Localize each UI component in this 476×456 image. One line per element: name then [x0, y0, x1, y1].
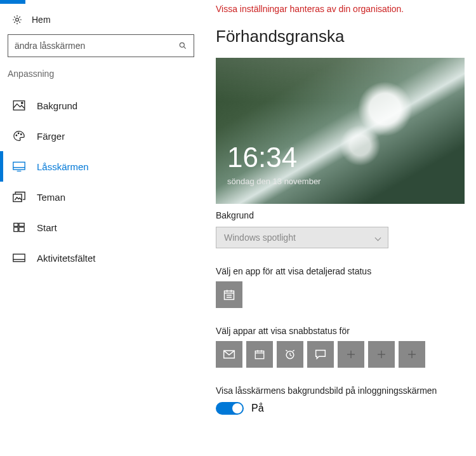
quick-status-app-messaging[interactable] [307, 341, 334, 368]
detailed-status-row [216, 281, 465, 308]
preview-title: Förhandsgranska [216, 27, 465, 46]
sidebar-item-label: Låsskärmen [37, 161, 89, 172]
svg-line-33 [293, 350, 294, 351]
calendar-icon [223, 288, 235, 301]
svg-rect-15 [19, 227, 24, 232]
gear-icon [11, 14, 23, 25]
signin-bg-toggle-row: På [216, 402, 465, 415]
lockscreen-icon [13, 160, 25, 173]
quick-status-add-2[interactable] [368, 341, 395, 368]
svg-rect-12 [14, 223, 18, 226]
background-dropdown[interactable]: Windows spotlight [216, 227, 388, 248]
preview-date: söndag den 13 november [227, 177, 321, 186]
themes-icon [13, 191, 25, 203]
toggle-state-label: På [251, 403, 264, 414]
message-icon [314, 349, 327, 360]
svg-point-0 [16, 18, 19, 22]
svg-line-32 [286, 350, 288, 351]
plus-icon [376, 349, 387, 360]
detailed-status-label: Välj en app för att visa detaljerad stat… [216, 266, 465, 276]
detailed-status-app-calendar[interactable] [216, 281, 242, 308]
svg-rect-13 [19, 223, 24, 226]
search-icon [178, 41, 187, 50]
sidebar: Hem Anpassning Bakgrund Färger [0, 0, 197, 456]
sidebar-item-farger[interactable]: Färger [8, 121, 197, 151]
sidebar-item-teman[interactable]: Teman [8, 182, 197, 212]
sidebar-item-bakgrund[interactable]: Bakgrund [8, 90, 197, 121]
quick-status-app-alarm[interactable] [277, 341, 303, 368]
sidebar-item-label: Färger [37, 131, 65, 142]
accent-strip [0, 0, 25, 4]
svg-point-1 [180, 43, 184, 47]
sidebar-item-label: Start [37, 222, 57, 233]
svg-line-31 [290, 355, 292, 356]
sidebar-item-label: Aktivitetsfältet [37, 253, 96, 264]
org-warning: Vissa inställningar hanteras av din orga… [216, 4, 465, 14]
taskbar-icon [13, 251, 25, 264]
quick-status-add-3[interactable] [399, 341, 425, 368]
quick-status-label: Välj appar att visa snabbstatus för [216, 326, 465, 336]
start-icon [13, 221, 25, 234]
svg-rect-25 [255, 351, 264, 359]
sidebar-item-label: Teman [37, 192, 65, 203]
home-label: Hem [32, 15, 51, 25]
dropdown-value: Windows spotlight [224, 232, 296, 243]
svg-point-7 [20, 134, 22, 135]
sidebar-item-label: Bakgrund [37, 100, 77, 111]
mail-icon [223, 349, 235, 359]
svg-line-2 [183, 46, 185, 48]
svg-rect-8 [13, 162, 25, 170]
chevron-down-icon [375, 234, 381, 241]
content-pane: Vissa inställningar hanteras av din orga… [197, 0, 476, 456]
palette-icon [13, 130, 25, 142]
home-button[interactable]: Hem [8, 11, 197, 34]
lockscreen-preview: 16:34 söndag den 13 november [216, 58, 465, 204]
search-input-container[interactable] [8, 34, 194, 57]
quick-status-row [216, 341, 465, 368]
background-label: Bakgrund [216, 210, 465, 220]
sidebar-item-aktivitetsfaltet[interactable]: Aktivitetsfältet [8, 243, 197, 273]
sidebar-item-lasskarmen[interactable]: Låsskärmen [8, 151, 197, 182]
quick-status-add-1[interactable] [338, 341, 364, 368]
svg-point-4 [22, 102, 23, 104]
plus-icon [345, 349, 357, 360]
svg-point-6 [18, 133, 19, 134]
svg-rect-16 [13, 254, 25, 262]
svg-point-5 [16, 135, 17, 136]
search-input[interactable] [15, 41, 178, 51]
svg-rect-14 [14, 227, 18, 232]
alarm-icon [284, 348, 296, 361]
quick-status-app-calendar[interactable] [246, 341, 273, 368]
signin-bg-toggle[interactable] [216, 402, 244, 415]
category-title: Anpassning [8, 69, 197, 79]
quick-status-app-mail[interactable] [216, 341, 242, 368]
image-icon [13, 99, 25, 112]
sidebar-item-start[interactable]: Start [8, 212, 197, 243]
plus-icon [406, 349, 418, 360]
signin-bg-label: Visa låsskärmens bakgrundsbild på inlogg… [216, 386, 465, 396]
calendar-icon [254, 349, 265, 360]
preview-time: 16:34 [227, 142, 297, 173]
